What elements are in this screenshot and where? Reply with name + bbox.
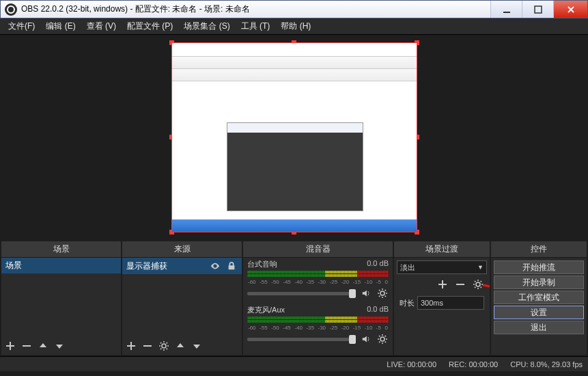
status-bar: LIVE: 00:00:00 REC: 00:00:00 CPU: 8.0%, … [0,356,588,371]
add-source-button[interactable] [125,340,137,352]
channel-settings-icon[interactable] [376,333,389,345]
channel-level: 0.0 dB [367,305,389,315]
add-scene-button[interactable] [4,340,16,352]
svg-rect-0 [503,12,510,13]
duration-input[interactable]: 300ms [417,296,484,310]
speaker-icon[interactable] [360,333,372,345]
lock-icon[interactable] [225,260,238,272]
source-label: 显示器捕获 [126,260,209,272]
audio-meter [247,317,389,323]
svg-point-5 [476,282,480,286]
close-button[interactable] [553,1,587,18]
preview-area[interactable] [0,35,588,240]
meter-ticks: -60-55-50-45-40-35-30-25-20-15-10-50 [247,279,389,286]
menu-help[interactable]: 帮助 (H) [275,18,316,34]
preview-content [172,43,417,232]
channel-settings-icon[interactable] [376,287,389,299]
source-item[interactable]: 显示器捕获 [122,258,242,274]
start-streaming-button[interactable]: 开始推流 [494,260,584,274]
menu-bar: 文件(F) 编辑 (E) 查看 (V) 配置文件 (P) 场景集合 (S) 工具… [0,18,588,35]
volume-slider[interactable] [247,338,356,341]
maximize-button[interactable] [522,1,553,18]
menu-tools[interactable]: 工具 (T) [236,18,276,34]
visibility-icon[interactable] [209,260,221,272]
preview-source-frame[interactable] [171,42,417,232]
duration-label: 时长 [400,298,415,308]
svg-rect-1 [535,6,542,13]
transitions-header: 场景过渡 [394,241,490,258]
start-recording-button[interactable]: 开始录制 [494,276,584,289]
controls-panel: 控件 开始推流 开始录制 工作室模式 设置 退出 [491,241,587,355]
channel-level: 0.0 dB [367,259,389,269]
channel-name: 麦克风/Aux [247,305,285,315]
remove-source-button[interactable] [141,340,154,352]
controls-header: 控件 [491,241,587,258]
mixer-channel: 台式音响0.0 dB -60-55-50-45-40-35-30-25-20-1… [243,258,393,304]
svg-point-2 [162,344,166,348]
scene-item[interactable]: 场景 [1,258,121,273]
scenes-header: 场景 [1,241,121,258]
remove-scene-button[interactable] [20,340,33,352]
scenes-panel: 场景 场景 [1,241,121,355]
window-title: OBS 22.0.2 (32-bit, windows) - 配置文件: 未命名… [21,3,490,15]
status-rec: REC: 00:00:00 [449,360,498,368]
app-icon [5,3,17,16]
mixer-channel: 麦克风/Aux0.0 dB -60-55-50-45-40-35-30-25-2… [243,304,393,349]
window-titlebar: OBS 22.0.2 (32-bit, windows) - 配置文件: 未命名… [0,0,588,18]
meter-ticks: -60-55-50-45-40-35-30-25-20-15-10-50 [247,325,389,332]
menu-edit[interactable]: 编辑 (E) [40,18,81,34]
scene-down-button[interactable] [53,340,66,352]
settings-button[interactable]: 设置 [494,306,584,319]
menu-scene-collection[interactable]: 场景集合 (S) [178,18,235,34]
sources-header: 来源 [122,241,242,258]
speaker-icon[interactable] [360,287,372,299]
status-live: LIVE: 00:00:00 [387,360,436,368]
svg-point-4 [380,337,384,341]
chevron-down-icon: ▼ [477,264,484,271]
svg-point-3 [380,291,384,295]
source-settings-icon[interactable] [158,340,170,352]
status-cpu: CPU: 8.0%, 29.03 fps [510,360,583,368]
add-transition-button[interactable] [436,278,449,291]
transition-select[interactable]: 淡出▼ [397,260,487,274]
remove-transition-button[interactable] [454,278,466,291]
channel-name: 台式音响 [247,259,277,269]
transitions-panel: 场景过渡 淡出▼ 时长 300ms [394,241,490,355]
source-down-button[interactable] [191,340,203,352]
volume-slider[interactable] [247,292,356,295]
audio-meter [247,271,389,278]
exit-button[interactable]: 退出 [494,321,584,334]
studio-mode-button[interactable]: 工作室模式 [494,291,584,304]
menu-view[interactable]: 查看 (V) [81,18,122,34]
menu-profile[interactable]: 配置文件 (P) [122,18,178,34]
mixer-panel: 混音器 台式音响0.0 dB -60-55-50-45-40-35-30-25-… [243,241,393,355]
scene-up-button[interactable] [37,340,49,352]
menu-file[interactable]: 文件(F) [3,18,40,34]
minimize-button[interactable] [490,1,522,18]
mixer-header: 混音器 [243,241,393,258]
transition-settings-icon[interactable] [472,278,484,291]
source-up-button[interactable] [174,340,186,352]
sources-panel: 来源 显示器捕获 [122,241,242,355]
